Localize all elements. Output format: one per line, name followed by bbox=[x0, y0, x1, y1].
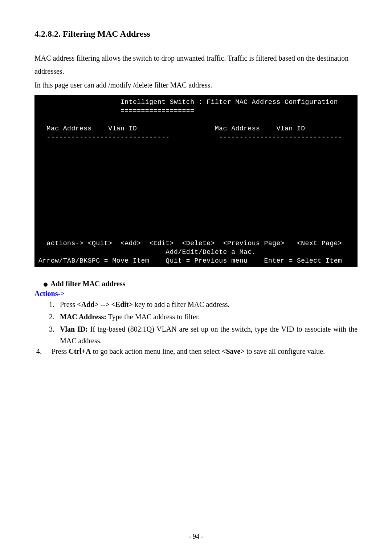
step-4-text-a: Press bbox=[52, 347, 69, 355]
step-4-text-e: to save all configure value. bbox=[245, 347, 325, 355]
step-1-suffix: key to add a filter MAC address. bbox=[133, 300, 230, 308]
intro-line-1: MAC address filtering allows the switch … bbox=[34, 52, 358, 78]
step-2-label: MAC Address: bbox=[60, 313, 106, 321]
step-2-text: Type the MAC address to filter. bbox=[106, 313, 200, 321]
step-1-keyword: <Add> --> <Edit> bbox=[77, 300, 133, 308]
bullet-heading: Add filter MAC address bbox=[44, 280, 358, 288]
step-1-prefix: Press bbox=[60, 300, 77, 308]
section-heading: 4.2.8.2. Filtering MAC Address bbox=[34, 29, 358, 39]
actions-label: Actions-> bbox=[34, 289, 358, 298]
step-3: Vlan ID: If tag-based (802.1Q) VLAN are … bbox=[56, 323, 358, 347]
step-2: MAC Address: Type the MAC address to fil… bbox=[56, 311, 358, 323]
bullet-title-text: Add filter MAC address bbox=[50, 280, 125, 288]
step-4-key-2: <Save> bbox=[222, 347, 245, 355]
step-3-label: Vlan ID: bbox=[60, 325, 88, 333]
bullet-icon bbox=[44, 283, 48, 287]
step-4-number: 4. bbox=[36, 347, 52, 356]
steps-list: Press <Add> --> <Edit> key to add a filt… bbox=[56, 299, 358, 347]
intro-text-block: MAC address filtering allows the switch … bbox=[34, 52, 358, 92]
step-3-text: If tag-based (802.1Q) VLAN are set up on… bbox=[60, 325, 358, 345]
step-4-key-1: Ctrl+A bbox=[69, 347, 91, 355]
page-number: - 94 - bbox=[0, 533, 392, 540]
step-4-text-c: to go back action menu line, and then se… bbox=[91, 347, 222, 355]
intro-line-2: In this page user can add /modify /delet… bbox=[34, 78, 358, 92]
step-4: 4.Press Ctrl+A to go back action menu li… bbox=[36, 347, 358, 356]
terminal-screenshot: Intelligent Switch : Filter MAC Address … bbox=[34, 95, 358, 267]
step-1: Press <Add> --> <Edit> key to add a filt… bbox=[56, 299, 358, 310]
